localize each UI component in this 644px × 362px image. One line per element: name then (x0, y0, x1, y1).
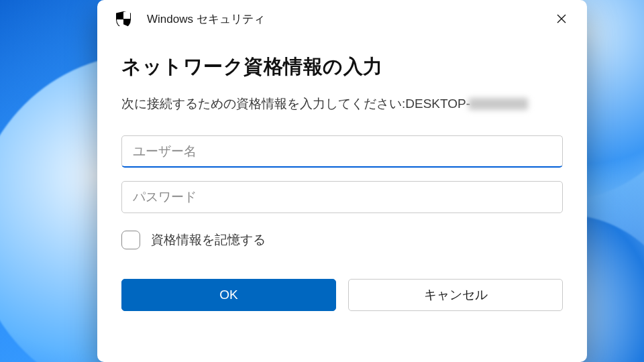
ok-button[interactable]: OK (121, 279, 336, 311)
remember-row: 資格情報を記憶する (121, 231, 563, 249)
shield-icon (116, 11, 131, 27)
remember-label[interactable]: 資格情報を記憶する (151, 231, 266, 249)
dialog-body: ネットワーク資格情報の入力 次に接続するための資格情報を入力してください: DE… (97, 38, 587, 249)
dialog-button-row: OK キャンセル (121, 279, 563, 311)
dialog-titlebar: Windows セキュリティ (97, 0, 587, 38)
redacted-host-suffix (469, 98, 528, 110)
target-host: DESKTOP- (405, 97, 470, 111)
close-icon (557, 14, 566, 23)
username-field[interactable] (121, 135, 563, 168)
dialog-heading: ネットワーク資格情報の入力 (121, 54, 563, 80)
password-field[interactable] (121, 181, 563, 213)
dialog-prompt: 次に接続するための資格情報を入力してください: DESKTOP- (121, 95, 563, 113)
dialog-app-title: Windows セキュリティ (147, 11, 265, 27)
credential-dialog: Windows セキュリティ ネットワーク資格情報の入力 次に接続するための資格… (97, 0, 587, 362)
close-button[interactable] (548, 5, 575, 32)
prompt-text: 次に接続するための資格情報を入力してください: (121, 95, 405, 113)
cancel-button[interactable]: キャンセル (348, 279, 563, 311)
remember-checkbox[interactable] (121, 231, 140, 249)
